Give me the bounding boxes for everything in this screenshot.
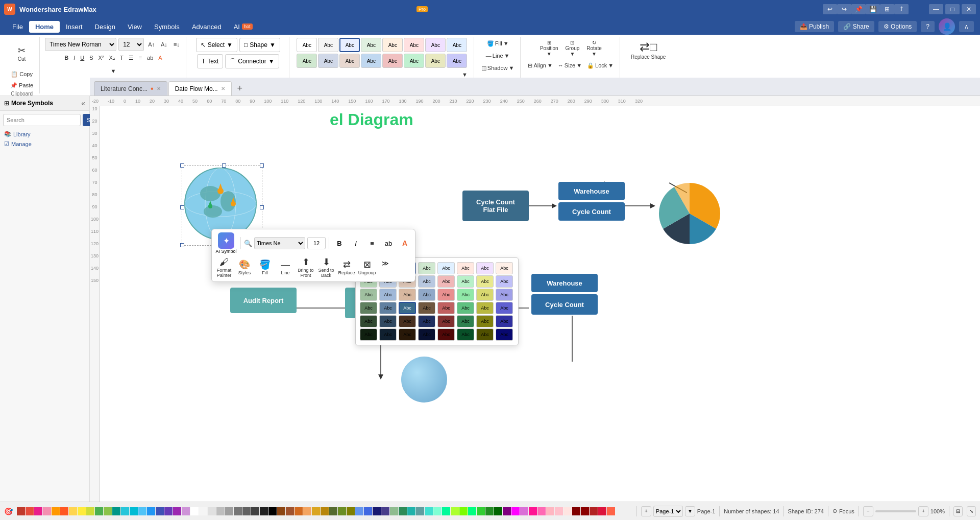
- color-forest-green[interactable]: [485, 507, 494, 515]
- pop-sw-34[interactable]: Abc: [379, 315, 397, 327]
- case-btn[interactable]: ab: [145, 52, 155, 63]
- handle-tr[interactable]: [260, 163, 264, 168]
- ft-font-select[interactable]: Times Ne: [254, 237, 305, 249]
- fit-page-btn[interactable]: ⊟: [953, 506, 963, 516]
- avatar[interactable]: 👤: [939, 18, 955, 35]
- cycle-count-box-bottom[interactable]: Cycle Count: [531, 294, 598, 315]
- color-indigo[interactable]: [156, 507, 164, 515]
- pop-sw-29[interactable]: Abc: [437, 302, 455, 314]
- ft-color-btn[interactable]: A: [398, 236, 412, 250]
- pop-sw-19[interactable]: Abc: [399, 289, 416, 301]
- color-dark-red[interactable]: [581, 507, 589, 515]
- color-blue[interactable]: [147, 507, 155, 515]
- menu-symbols[interactable]: Symbols: [148, 21, 186, 33]
- handle-ml[interactable]: [180, 205, 184, 209]
- swatch-13[interactable]: Abc: [382, 54, 403, 68]
- pop-sw-46[interactable]: Abc: [457, 328, 474, 341]
- sidebar-manage-link[interactable]: ☑ Manage: [0, 139, 89, 149]
- cut-btn[interactable]: ✂ Cut: [13, 38, 31, 68]
- handle-mr[interactable]: [260, 205, 264, 209]
- color-picker-icon[interactable]: 🎯: [4, 507, 13, 515]
- swatch-5[interactable]: Abc: [382, 38, 403, 52]
- shape-btn[interactable]: □ Shape ▼: [239, 38, 280, 52]
- ft-ungroup-btn[interactable]: ⊠ Ungroup: [358, 256, 376, 278]
- pop-sw-38[interactable]: Abc: [457, 315, 474, 327]
- pop-sw-33[interactable]: Abc: [360, 315, 377, 327]
- color-light-pink[interactable]: [546, 507, 554, 515]
- rotate-btn[interactable]: ↻ Rotate ▼: [583, 38, 604, 59]
- swatch-15[interactable]: Abc: [425, 54, 446, 68]
- pop-sw-18[interactable]: Abc: [379, 289, 397, 301]
- publish-btn[interactable]: 📤 Publish: [795, 21, 835, 32]
- pop-sw-4[interactable]: Abc: [418, 262, 435, 274]
- ft-size-input[interactable]: [307, 237, 326, 249]
- color-dark-goldenrod[interactable]: [321, 507, 329, 515]
- zoom-in-btn[interactable]: +: [918, 506, 928, 516]
- color-royal-blue[interactable]: [364, 507, 372, 515]
- pop-sw-8[interactable]: Abc: [496, 262, 513, 274]
- options-btn[interactable]: ⚙ Options: [878, 21, 917, 32]
- help-btn[interactable]: ?: [921, 21, 935, 32]
- sidebar-collapse-btn[interactable]: «: [81, 99, 85, 107]
- italic-btn[interactable]: I: [71, 52, 77, 63]
- color-lime-green[interactable]: [477, 507, 485, 515]
- color-near-white[interactable]: [199, 507, 207, 515]
- pop-sw-6[interactable]: Abc: [457, 262, 474, 274]
- color-purple2[interactable]: [503, 507, 511, 515]
- tab-literature[interactable]: Literature Conc... • ✕: [94, 81, 167, 96]
- collapse-btn[interactable]: ∧: [959, 21, 974, 32]
- pop-sw-14[interactable]: Abc: [457, 275, 474, 288]
- color-pink2[interactable]: [555, 507, 563, 515]
- pop-sw-25[interactable]: Abc: [360, 302, 377, 314]
- menu-ai[interactable]: AI hot: [228, 21, 259, 33]
- ft-ai-symbol-btn[interactable]: ✦ AI Symbol: [215, 232, 237, 254]
- swatch-12[interactable]: Abc: [361, 54, 381, 68]
- pop-sw-22[interactable]: Abc: [457, 289, 474, 301]
- color-lawn-green[interactable]: [459, 507, 468, 515]
- menu-file[interactable]: File: [6, 21, 29, 33]
- color-teal[interactable]: [112, 507, 120, 515]
- color-near-black[interactable]: [260, 507, 268, 515]
- connector-btn[interactable]: ⌒ Connector ▼: [225, 54, 279, 68]
- bold-btn[interactable]: B: [62, 52, 70, 63]
- pop-sw-40[interactable]: Abc: [496, 315, 513, 327]
- color-orchid[interactable]: [520, 507, 528, 515]
- zoom-out-btn[interactable]: −: [863, 506, 873, 516]
- audit-report-box[interactable]: Audit Report: [230, 288, 297, 313]
- undo-btn[interactable]: ↩: [823, 4, 837, 14]
- pop-sw-43[interactable]: Abc: [399, 328, 416, 341]
- color-tomato[interactable]: [607, 507, 615, 515]
- maximize-btn[interactable]: □: [945, 4, 960, 14]
- handle-tl[interactable]: [180, 163, 184, 168]
- pop-sw-28[interactable]: Abc: [418, 302, 435, 314]
- swatch-11[interactable]: Abc: [339, 54, 360, 68]
- swatch-4[interactable]: Abc: [361, 38, 381, 52]
- zoom-slider[interactable]: [875, 510, 916, 512]
- ft-styles-btn[interactable]: 🎨 Styles: [235, 256, 254, 278]
- color-light-sea[interactable]: [407, 507, 415, 515]
- pop-sw-13[interactable]: Abc: [437, 275, 455, 288]
- minimize-btn[interactable]: —: [929, 4, 943, 14]
- color-cadet-blue[interactable]: [416, 507, 424, 515]
- color-spring-green[interactable]: [442, 507, 450, 515]
- swatch-10[interactable]: Abc: [318, 54, 338, 68]
- tab-add-btn[interactable]: +: [233, 81, 247, 96]
- color-white[interactable]: [190, 507, 199, 515]
- list-btn[interactable]: ☰: [127, 52, 136, 63]
- swatch-2[interactable]: Abc: [318, 38, 338, 52]
- redo-btn[interactable]: ↪: [837, 4, 851, 14]
- color-mid-gray[interactable]: [225, 507, 233, 515]
- size-btn[interactable]: ↔ Size ▼: [556, 60, 584, 71]
- color-purple[interactable]: [173, 507, 181, 515]
- ft-format-painter-btn[interactable]: 🖌 FormatPainter: [215, 256, 233, 278]
- pop-sw-17[interactable]: Abc: [360, 289, 377, 301]
- color-amber[interactable]: [69, 507, 77, 515]
- color-dark-sea[interactable]: [390, 507, 398, 515]
- pop-sw-39[interactable]: Abc: [476, 315, 494, 327]
- color-dark-green[interactable]: [494, 507, 502, 515]
- ft-italic-btn[interactable]: I: [349, 236, 363, 250]
- color-crimson[interactable]: [598, 507, 606, 515]
- pop-sw-24[interactable]: Abc: [496, 289, 513, 301]
- swatch-16[interactable]: Abc: [447, 54, 467, 68]
- copy-btn[interactable]: 📋 Copy: [9, 68, 35, 80]
